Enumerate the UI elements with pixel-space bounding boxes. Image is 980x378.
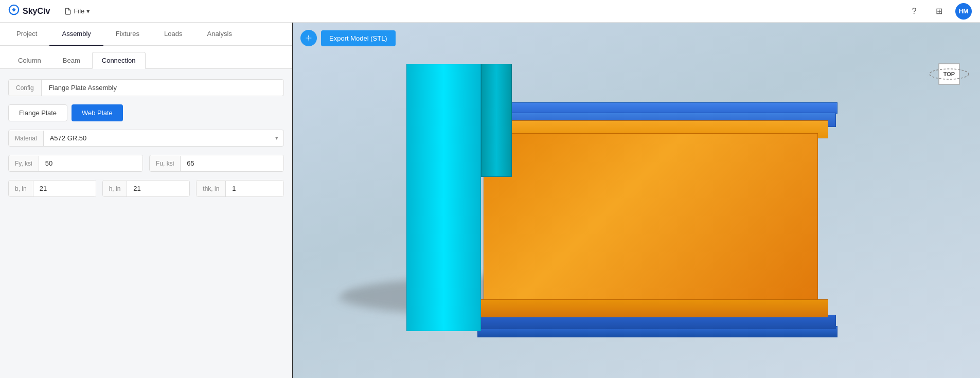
skyciv-icon (8, 4, 20, 18)
dims-group: b, in h, in thk, in (8, 180, 284, 197)
orange-bottom-flange (473, 299, 828, 317)
plate-type-group: Flange Plate Web Plate (8, 104, 284, 121)
thk-input[interactable] (226, 181, 284, 196)
h-label: h, in (103, 181, 128, 196)
material-label: Material (9, 131, 44, 146)
viewport-toolbar: Export Model (STL) (300, 30, 396, 46)
h-input[interactable] (127, 181, 190, 196)
fy-input[interactable] (39, 155, 142, 171)
material-select[interactable]: A572 GR.50 A36 A992 (44, 130, 270, 146)
orange-beam-body (484, 133, 818, 303)
blue-top-bar (477, 102, 838, 114)
main-layout: Project Assembly Fixtures Loads Analysis… (0, 23, 980, 378)
fy-label: Fy, ksi (9, 156, 39, 171)
tab-project[interactable]: Project (4, 23, 49, 46)
topbar-right: ? ⊞ HM (906, 3, 972, 20)
thk-label: thk, in (197, 181, 226, 196)
svg-point-1 (308, 38, 310, 39)
b-label: b, in (9, 181, 33, 196)
svg-text:TOP: TOP (943, 71, 955, 77)
fy-field-row: Fy, ksi (8, 155, 143, 172)
avatar[interactable]: HM (955, 3, 972, 20)
b-input[interactable] (33, 181, 96, 196)
material-field-row: Material A572 GR.50 A36 A992 ▾ (8, 130, 284, 147)
grid-icon: ⊞ (936, 6, 942, 16)
cube-navigator[interactable]: TOP (929, 53, 970, 95)
tab-fixtures[interactable]: Fixtures (103, 23, 152, 46)
subtab-beam[interactable]: Beam (53, 52, 90, 69)
config-value: Flange Plate Assembly (42, 80, 283, 96)
file-menu-button[interactable]: File ▾ (60, 5, 94, 17)
scene-3d (293, 23, 980, 378)
panel-content: Config Flange Plate Assembly Flange Plat… (0, 69, 292, 207)
subtab-connection[interactable]: Connection (92, 52, 146, 69)
topbar: SkyCiv File ▾ ? ⊞ HM (0, 0, 980, 23)
h-field-row: h, in (102, 180, 190, 197)
left-panel: Project Assembly Fixtures Loads Analysis… (0, 23, 293, 378)
tab-assembly[interactable]: Assembly (49, 23, 103, 46)
config-row: Config Flange Plate Assembly (8, 79, 284, 96)
tab-analysis[interactable]: Analysis (194, 23, 244, 46)
export-button[interactable]: Export Model (STL) (321, 30, 396, 46)
cyan-top-piece (481, 64, 512, 177)
nav-tabs: Project Assembly Fixtures Loads Analysis (0, 23, 292, 46)
grid-button[interactable]: ⊞ (931, 3, 947, 20)
web-plate-button[interactable]: Web Plate (72, 104, 123, 121)
sub-tabs: Column Beam Connection (0, 46, 292, 69)
fu-input[interactable] (181, 155, 283, 171)
compass-button[interactable] (300, 30, 317, 46)
help-icon: ? (912, 7, 917, 16)
assembly-3d (334, 53, 797, 336)
viewport: Export Model (STL) TOP (293, 23, 980, 378)
tab-loads[interactable]: Loads (152, 23, 194, 46)
flange-plate-button[interactable]: Flange Plate (8, 104, 67, 121)
file-label: File (74, 7, 84, 15)
subtab-column[interactable]: Column (8, 52, 51, 69)
chevron-down-icon: ▾ (86, 7, 90, 15)
select-arrow-icon: ▾ (270, 135, 283, 141)
fy-fu-group: Fy, ksi Fu, ksi (8, 155, 284, 172)
b-field-row: b, in (8, 180, 96, 197)
fu-field-row: Fu, ksi (149, 155, 284, 172)
thk-field-row: thk, in (196, 180, 284, 197)
logo: SkyCiv (8, 4, 50, 18)
config-label: Config (9, 80, 42, 96)
help-button[interactable]: ? (906, 3, 922, 20)
cyan-column (406, 64, 481, 331)
logo-text: SkyCiv (23, 7, 50, 16)
topbar-left: SkyCiv File ▾ (8, 4, 94, 18)
fu-label: Fu, ksi (150, 156, 181, 171)
